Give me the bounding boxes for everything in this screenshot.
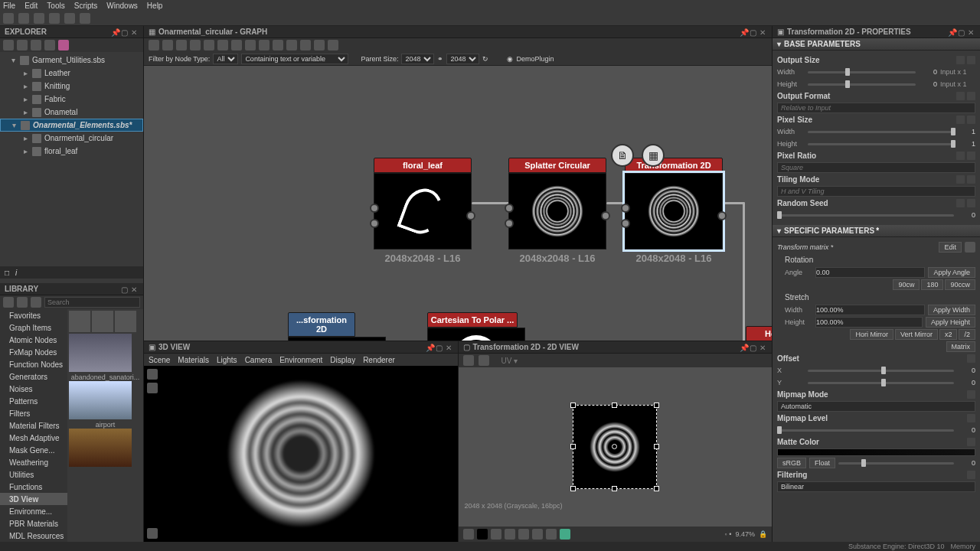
srgb-button[interactable]: sRGB — [777, 458, 806, 468]
float-button[interactable]: Float — [809, 458, 835, 468]
library-category[interactable]: Functions — [0, 481, 67, 493]
menu-help[interactable]: Help — [147, 2, 163, 10]
matte-swatch[interactable] — [777, 448, 975, 456]
plugin-icon[interactable]: ◉ — [507, 55, 513, 63]
light-icon[interactable] — [147, 383, 158, 393]
reset-icon[interactable] — [967, 175, 975, 184]
close-icon[interactable]: ✕ — [760, 344, 767, 351]
tab-info[interactable]: i — [15, 269, 17, 277]
open-icon[interactable] — [18, 13, 29, 24]
bg-black-icon[interactable] — [477, 529, 488, 540]
expose-icon[interactable] — [956, 199, 965, 207]
library-category[interactable]: Mask Gene... — [0, 444, 67, 456]
library-category[interactable]: Material Filters — [0, 419, 67, 432]
tool-unlink[interactable] — [286, 40, 297, 51]
tool-move[interactable] — [162, 40, 173, 51]
channel-icon[interactable] — [560, 529, 570, 540]
save-icon[interactable] — [34, 13, 44, 24]
tool-frame[interactable] — [176, 40, 187, 51]
undo-icon[interactable] — [64, 13, 75, 24]
graph-node[interactable]: Cartesian To Polar ... — [427, 312, 518, 341]
expose-icon[interactable] — [956, 152, 965, 160]
tool-node[interactable] — [273, 40, 283, 51]
mipmap-dropdown[interactable]: Automatic — [777, 401, 975, 412]
parent-width[interactable]: 2048 — [401, 54, 434, 64]
tree-item[interactable]: ▸Fabric — [0, 93, 143, 106]
tool-select[interactable] — [149, 40, 159, 51]
apply-width-button[interactable]: Apply Width — [928, 305, 975, 315]
edit-button[interactable]: Edit — [939, 242, 962, 253]
tree-item[interactable]: ▾Garment_Utilities.sbs — [0, 54, 143, 67]
histogram-icon[interactable] — [532, 529, 543, 540]
reset-icon[interactable] — [967, 414, 975, 422]
thumb[interactable] — [115, 311, 136, 332]
view3d-viewport[interactable] — [144, 366, 458, 542]
view-list-icon[interactable] — [17, 297, 28, 308]
reset-icon[interactable] — [967, 354, 975, 363]
rot-90ccw-button[interactable]: 90ccw — [945, 279, 975, 290]
expose-icon[interactable] — [956, 56, 965, 64]
tree-item[interactable]: ▸Onametal — [0, 106, 143, 119]
view2d-viewport[interactable]: 2048 x 2048 (Grayscale, 16bpc) — [459, 367, 773, 527]
tool-fit[interactable] — [204, 40, 214, 51]
menu-edit[interactable]: Edit — [24, 2, 38, 10]
close-icon[interactable]: ✕ — [446, 344, 453, 351]
library-category[interactable]: Filters — [0, 407, 67, 419]
pin-icon[interactable]: 📌 — [948, 28, 956, 36]
tab-console[interactable]: □ — [5, 269, 9, 277]
stretch-height-input[interactable] — [815, 317, 923, 328]
x2-button[interactable]: x2 — [939, 329, 958, 340]
node-clip[interactable]: ...sformation 2D — [288, 312, 355, 341]
reset-icon[interactable] — [967, 471, 975, 479]
thumb-hdr[interactable] — [69, 334, 132, 372]
library-category[interactable]: 3D View — [0, 493, 67, 505]
transform-gizmo[interactable] — [573, 405, 657, 489]
axis-icon[interactable] — [147, 528, 158, 539]
refresh-icon[interactable] — [17, 40, 28, 51]
handle-tl[interactable] — [570, 403, 576, 408]
handle-tm[interactable] — [612, 403, 617, 408]
library-category[interactable]: Favorites — [0, 309, 67, 321]
rot-180-button[interactable]: 180 — [921, 279, 943, 290]
node-badge-view[interactable]: ▦ — [642, 144, 665, 167]
reset-icon[interactable] — [967, 438, 975, 446]
library-category[interactable]: Environme... — [0, 505, 67, 517]
graph-node[interactable]: Transformation 2D2048x2048 - L16 — [625, 158, 723, 264]
mipmap-slider[interactable] — [777, 429, 954, 432]
tile-icon[interactable] — [491, 529, 501, 540]
close-icon[interactable]: ✕ — [131, 28, 139, 36]
thumb[interactable] — [69, 311, 90, 332]
library-category[interactable]: PBR Materials — [0, 517, 67, 530]
close-icon[interactable]: ✕ — [968, 28, 975, 36]
lock-icon[interactable]: 🔒 — [759, 530, 767, 538]
tool-align[interactable] — [217, 40, 228, 51]
float-icon[interactable]: ▢ — [436, 344, 443, 351]
zoom-in-icon[interactable]: • — [729, 530, 731, 538]
apply-height-button[interactable]: Apply Height — [926, 317, 975, 328]
library-category[interactable]: Utilities — [0, 468, 67, 481]
pin-icon[interactable]: 📌 — [740, 28, 747, 36]
vert-mirror-button[interactable]: Vert Mirror — [895, 329, 938, 340]
handle-ml[interactable] — [570, 444, 576, 449]
handle-tr[interactable] — [654, 403, 659, 408]
reset-icon[interactable] — [967, 56, 975, 64]
float-icon[interactable]: ▢ — [750, 344, 757, 351]
thumb[interactable] — [92, 311, 113, 332]
edit-icon[interactable] — [31, 297, 41, 308]
pixel-ratio-dropdown[interactable]: Square — [777, 162, 975, 173]
graph-node[interactable]: Splatter Circular2048x2048 - L16 — [508, 158, 606, 264]
options-icon[interactable] — [31, 40, 41, 51]
offset-y-slider[interactable] — [808, 382, 954, 384]
matrix-button[interactable]: Matrix — [946, 341, 976, 352]
tool-link[interactable] — [259, 40, 270, 51]
div2-button[interactable]: /2 — [959, 329, 975, 340]
home-icon[interactable] — [3, 40, 14, 51]
new-icon[interactable] — [3, 13, 14, 24]
zoom-out-icon[interactable]: ◦ — [725, 530, 727, 538]
link-size-icon[interactable]: ⚭ — [437, 55, 443, 63]
float-icon[interactable]: ▢ — [958, 28, 965, 36]
pin-icon[interactable]: 📌 — [111, 28, 119, 36]
library-category[interactable]: MDL Resources — [0, 530, 67, 542]
new-graph-icon[interactable] — [58, 40, 69, 51]
handle-mr[interactable] — [654, 444, 659, 449]
